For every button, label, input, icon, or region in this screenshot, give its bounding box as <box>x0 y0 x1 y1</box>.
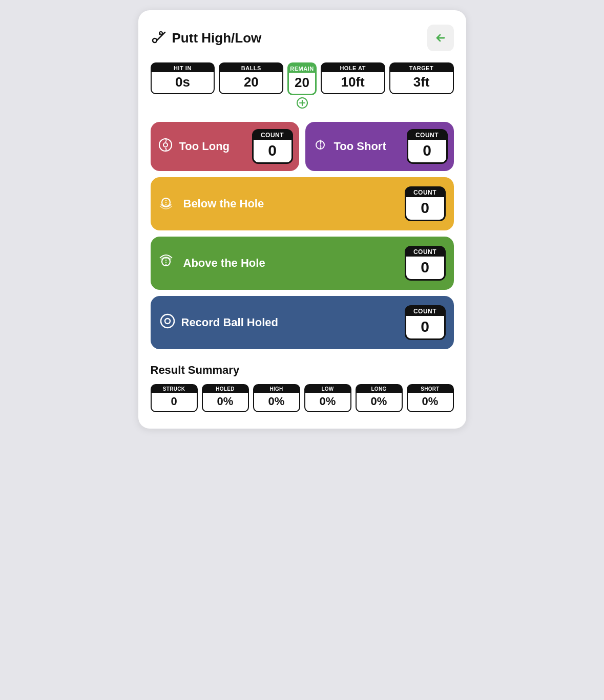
stat-hit-in[interactable]: HIT IN 0s <box>151 62 215 94</box>
above-count-label: COUNT <box>406 247 444 257</box>
stat-hole-at[interactable]: HOLE AT 10ft <box>321 62 385 94</box>
too-short-icon <box>311 136 329 157</box>
holed-label: Record Ball Holed <box>181 316 405 329</box>
stat-remain[interactable]: REMAIN 20 <box>287 62 316 95</box>
main-card: Putt High/Low HIT IN 0s BALLS 20 REMAIN … <box>138 10 466 429</box>
plus-icon <box>297 97 308 112</box>
too-long-label: Too Long <box>179 140 252 153</box>
stat-balls[interactable]: BALLS 20 <box>219 62 283 94</box>
stats-row: HIT IN 0s BALLS 20 REMAIN 20 HOLE AT 10f… <box>151 62 454 112</box>
svg-point-8 <box>163 143 168 147</box>
too-long-button[interactable]: Too Long COUNT 0 <box>151 122 299 171</box>
summary-low-value: 0% <box>306 395 349 408</box>
too-short-label: Too Short <box>334 140 407 153</box>
stat-target[interactable]: TARGET 3ft <box>389 62 454 94</box>
summary-long-value: 0% <box>358 395 401 408</box>
too-short-button[interactable]: Too Short COUNT 0 <box>305 122 454 171</box>
page-title: Putt High/Low <box>172 30 262 46</box>
stat-remain-wrapper: REMAIN 20 <box>287 62 316 112</box>
below-count-label: COUNT <box>406 188 444 197</box>
summary-short-value: 0% <box>409 395 452 408</box>
stat-hole-at-label: HOLE AT <box>322 63 384 72</box>
summary-struck-value: 0 <box>153 395 196 408</box>
too-long-count-box: COUNT 0 <box>252 129 293 164</box>
summary-holed-label: HOLED <box>203 385 248 393</box>
summary-high: HIGH 0% <box>253 384 300 412</box>
svg-point-9 <box>316 141 324 149</box>
stat-hit-in-value: 0s <box>154 74 212 90</box>
too-long-icon <box>157 136 174 157</box>
above-label: Above the Hole <box>183 257 405 270</box>
summary-short-label: SHORT <box>408 385 453 393</box>
back-button[interactable] <box>427 25 454 51</box>
stat-balls-label: BALLS <box>220 63 282 72</box>
action-rows: Too Long COUNT 0 Too Short CO <box>151 122 454 349</box>
stat-balls-value: 20 <box>222 74 280 90</box>
holed-count-box: COUNT 0 <box>405 305 446 340</box>
too-short-count-box: COUNT 0 <box>407 129 448 164</box>
header-left: Putt High/Low <box>151 29 262 47</box>
below-count-box: COUNT 0 <box>405 186 446 221</box>
svg-point-7 <box>159 139 172 151</box>
below-count-value: 0 <box>409 199 441 217</box>
header: Putt High/Low <box>151 25 454 51</box>
stat-hit-in-label: HIT IN <box>152 63 214 72</box>
stat-remain-value: 20 <box>291 75 313 91</box>
too-short-count-value: 0 <box>411 142 443 159</box>
summary-struck-label: STRUCK <box>152 385 197 393</box>
holed-count-value: 0 <box>409 318 441 335</box>
above-count-box: COUNT 0 <box>405 246 446 281</box>
summary-low-label: LOW <box>305 385 350 393</box>
holed-icon <box>159 312 176 333</box>
summary-long: LONG 0% <box>356 384 403 412</box>
stat-remain-label: REMAIN <box>289 64 315 73</box>
summary-struck: STRUCK 0 <box>151 384 198 412</box>
svg-point-15 <box>165 319 170 324</box>
summary-low: LOW 0% <box>304 384 351 412</box>
stat-target-label: TARGET <box>390 63 453 72</box>
result-summary: Result Summary STRUCK 0 HOLED 0% HIGH 0%… <box>151 364 454 412</box>
top-two-row: Too Long COUNT 0 Too Short CO <box>151 122 454 171</box>
above-button[interactable]: Above the Hole COUNT 0 <box>151 237 454 290</box>
holed-button[interactable]: Record Ball Holed COUNT 0 <box>151 296 454 349</box>
holed-count-label: COUNT <box>406 307 444 316</box>
too-long-count-value: 0 <box>257 142 288 159</box>
above-icon <box>159 253 178 274</box>
summary-row: STRUCK 0 HOLED 0% HIGH 0% LOW 0% LONG 0%… <box>151 384 454 412</box>
summary-long-label: LONG <box>357 385 402 393</box>
putt-icon <box>151 29 167 47</box>
summary-high-label: HIGH <box>254 385 299 393</box>
svg-point-3 <box>160 33 161 34</box>
below-button[interactable]: Below the Hole COUNT 0 <box>151 177 454 230</box>
above-count-value: 0 <box>409 259 441 276</box>
summary-holed: HOLED 0% <box>202 384 249 412</box>
too-long-count-label: COUNT <box>254 131 291 140</box>
below-label: Below the Hole <box>183 197 405 210</box>
below-icon <box>159 194 178 215</box>
result-summary-title: Result Summary <box>151 364 454 377</box>
stat-hole-at-value: 10ft <box>324 74 382 90</box>
stat-target-value: 3ft <box>392 74 451 90</box>
too-short-count-label: COUNT <box>408 131 446 140</box>
summary-high-value: 0% <box>255 395 298 408</box>
summary-holed-value: 0% <box>204 395 247 408</box>
svg-point-14 <box>161 314 174 328</box>
summary-short: SHORT 0% <box>407 384 454 412</box>
